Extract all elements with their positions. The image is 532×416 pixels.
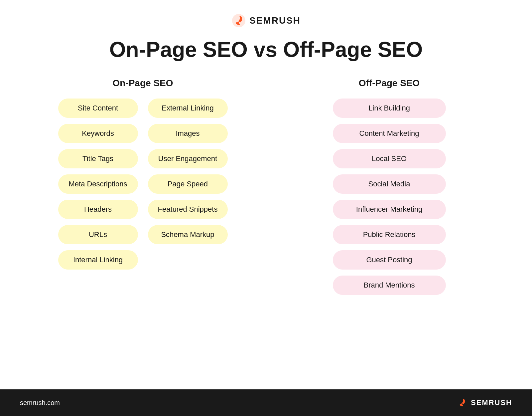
offpage-header: Off-Page SEO bbox=[359, 78, 420, 89]
onpage-col1-item: URLs bbox=[58, 225, 138, 244]
onpage-col1-item: Meta Descriptions bbox=[58, 174, 138, 194]
offpage-item: Content Marketing bbox=[333, 124, 446, 143]
onpage-col2-item: User Engagement bbox=[148, 149, 228, 168]
onpage-col1-item: Title Tags bbox=[58, 149, 138, 168]
column-divider bbox=[266, 78, 266, 389]
semrush-logo-icon bbox=[231, 13, 246, 28]
footer-url: semrush.com bbox=[20, 399, 60, 407]
offpage-item: Brand Mentions bbox=[333, 276, 446, 295]
svg-point-2 bbox=[460, 404, 462, 406]
footer-logo-text: SEMRUSH bbox=[471, 398, 512, 407]
offpage-item: Link Building bbox=[333, 99, 446, 118]
offpage-column: Off-Page SEO Link BuildingContent Market… bbox=[273, 78, 505, 389]
onpage-col1-item: Site Content bbox=[58, 99, 138, 118]
onpage-col2-item: External Linking bbox=[148, 99, 228, 118]
onpage-col2-item: Page Speed bbox=[148, 174, 228, 194]
columns-wrapper: On-Page SEO Site ContentKeywordsTitle Ta… bbox=[27, 78, 505, 389]
offpage-item: Guest Posting bbox=[333, 250, 446, 270]
onpage-header: On-Page SEO bbox=[112, 78, 173, 89]
logo-text: SEMRUSH bbox=[249, 15, 301, 26]
offpage-item: Social Media bbox=[333, 174, 446, 194]
header-logo: SEMRUSH bbox=[231, 13, 301, 28]
onpage-col1-item: Headers bbox=[58, 200, 138, 219]
onpage-col2-item: Images bbox=[148, 124, 228, 143]
offpage-item: Influencer Marketing bbox=[333, 200, 446, 219]
offpage-item: Local SEO bbox=[333, 149, 446, 168]
footer-logo: SEMRUSH bbox=[456, 397, 512, 409]
main-title: On-Page SEO vs Off-Page SEO bbox=[109, 38, 423, 61]
onpage-col1: Site ContentKeywordsTitle TagsMeta Descr… bbox=[58, 99, 138, 270]
onpage-col1-item: Keywords bbox=[58, 124, 138, 143]
svg-point-1 bbox=[236, 22, 238, 24]
footer-logo-icon bbox=[456, 397, 468, 409]
onpage-column: On-Page SEO Site ContentKeywordsTitle Ta… bbox=[27, 78, 259, 389]
offpage-items: Link BuildingContent MarketingLocal SEOS… bbox=[273, 99, 505, 295]
onpage-col2: External LinkingImagesUser EngagementPag… bbox=[148, 99, 228, 270]
onpage-col2-item: Schema Markup bbox=[148, 225, 228, 244]
offpage-item: Public Relations bbox=[333, 225, 446, 244]
footer: semrush.com SEMRUSH bbox=[0, 389, 532, 416]
onpage-col1-item: Internal Linking bbox=[58, 250, 138, 270]
main-content: SEMRUSH On-Page SEO vs Off-Page SEO On-P… bbox=[0, 0, 532, 389]
onpage-inner: Site ContentKeywordsTitle TagsMeta Descr… bbox=[27, 99, 259, 270]
onpage-col2-item: Featured Snippets bbox=[148, 200, 228, 219]
